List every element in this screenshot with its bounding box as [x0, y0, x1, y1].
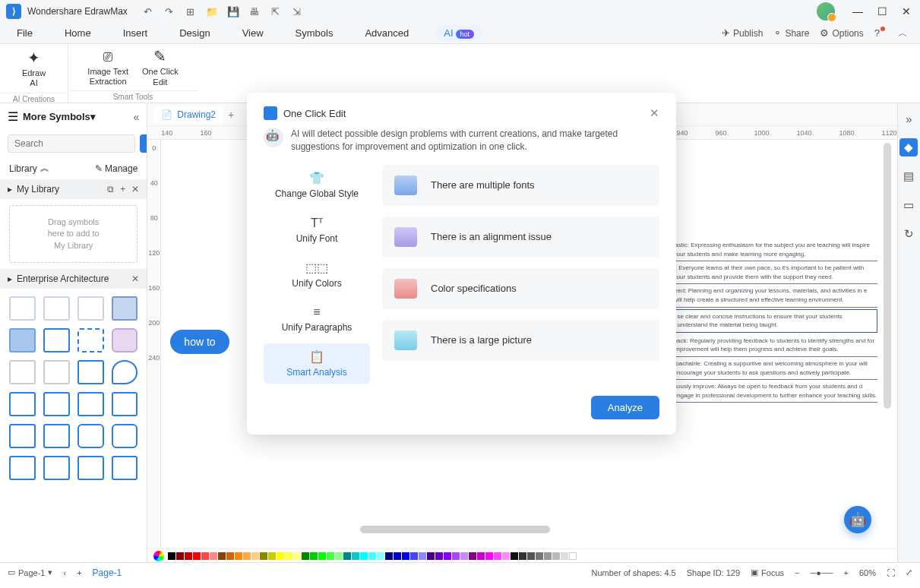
shape-item[interactable]: [112, 424, 138, 448]
color-swatch[interactable]: [176, 552, 184, 560]
dialog-close-button[interactable]: ✕: [650, 106, 659, 120]
shape-item[interactable]: [43, 392, 70, 416]
color-swatch[interactable]: [394, 552, 401, 560]
manage-link[interactable]: ✎ Manage: [95, 163, 138, 174]
shape-item[interactable]: [9, 392, 36, 416]
print-icon[interactable]: 🖶: [248, 5, 261, 18]
opt-unify-colors[interactable]: ⬚⬚Unify Colors: [264, 254, 370, 295]
menu-insert[interactable]: Insert: [119, 24, 153, 42]
color-swatch[interactable]: [293, 552, 301, 560]
collapse-ribbon-icon[interactable]: ︿: [898, 27, 908, 40]
prev-page-icon[interactable]: ‹: [63, 568, 66, 577]
image-text-extraction-button[interactable]: ⎚ Image Text Extraction: [87, 48, 128, 87]
color-swatch[interactable]: [527, 552, 535, 560]
shape-item[interactable]: [112, 392, 138, 416]
color-swatch[interactable]: [360, 552, 368, 560]
issue-item[interactable]: There are multiple fonts: [382, 165, 659, 206]
new-tab-button[interactable]: +: [228, 109, 234, 121]
menu-advanced[interactable]: Advanced: [360, 24, 413, 42]
color-swatch[interactable]: [469, 552, 476, 560]
shape-item[interactable]: [77, 328, 104, 352]
color-swatch[interactable]: [452, 552, 460, 560]
chevron-up-icon[interactable]: ︽: [40, 162, 49, 175]
color-swatch[interactable]: [226, 552, 234, 560]
shape-item[interactable]: [9, 424, 36, 448]
shape-item[interactable]: [77, 296, 104, 321]
color-swatch[interactable]: [552, 552, 560, 560]
color-swatch[interactable]: [477, 552, 485, 560]
library-label[interactable]: Library: [9, 163, 37, 174]
issue-item[interactable]: There is an alignment issue: [382, 217, 659, 258]
close-section-icon[interactable]: ✕: [131, 184, 139, 194]
menu-design[interactable]: Design: [175, 24, 214, 42]
history-panel-icon[interactable]: ↻: [899, 225, 918, 243]
close-section-icon[interactable]: ✕: [131, 273, 139, 284]
zoom-value[interactable]: 60%: [859, 568, 876, 577]
collapse-panel-icon[interactable]: «: [134, 111, 140, 123]
color-swatch[interactable]: [243, 552, 251, 560]
color-swatch[interactable]: [435, 552, 443, 560]
color-wheel-icon[interactable]: [153, 551, 164, 561]
color-swatch[interactable]: [210, 552, 217, 560]
enterprise-section[interactable]: ▸Enterprise Architecture ✕: [0, 269, 147, 289]
shape-item[interactable]: [112, 328, 138, 352]
doc-tab[interactable]: 📄Drawing2: [153, 106, 223, 123]
issue-item[interactable]: Color specifications: [382, 268, 659, 309]
color-swatch[interactable]: [277, 552, 284, 560]
color-swatch[interactable]: [502, 552, 510, 560]
expand-rail-icon[interactable]: »: [899, 109, 918, 128]
new-icon[interactable]: ⊞: [184, 5, 198, 18]
open-icon[interactable]: 📁: [205, 5, 219, 18]
color-swatch[interactable]: [410, 552, 418, 560]
shape-item[interactable]: [9, 360, 36, 384]
zoom-in-icon[interactable]: +: [844, 568, 849, 577]
shape-item[interactable]: [77, 456, 104, 480]
color-swatch[interactable]: [569, 552, 577, 560]
zoom-slider[interactable]: ─●──: [811, 568, 833, 577]
one-click-edit-button[interactable]: ✎ One Click Edit: [142, 47, 179, 87]
shape-item[interactable]: [9, 296, 36, 321]
color-swatch[interactable]: [444, 552, 451, 560]
hamburger-icon[interactable]: ☰: [8, 109, 18, 124]
analyze-button[interactable]: Analyze: [591, 396, 659, 419]
page-selector[interactable]: ▭ Page-1 ▾: [8, 567, 52, 577]
color-swatch[interactable]: [385, 552, 393, 560]
menu-home[interactable]: Home: [60, 24, 96, 42]
color-swatch[interactable]: [402, 552, 409, 560]
copy-icon[interactable]: ⧉: [107, 184, 114, 194]
user-avatar[interactable]: [817, 2, 835, 21]
color-swatch[interactable]: [218, 552, 226, 560]
export-icon[interactable]: ⇱: [269, 5, 283, 18]
ai-assistant-button[interactable]: 🤖: [844, 506, 871, 533]
color-swatch[interactable]: [519, 552, 526, 560]
import-icon[interactable]: ⇲: [290, 5, 304, 18]
color-swatch[interactable]: [427, 552, 435, 560]
color-swatch[interactable]: [260, 552, 267, 560]
menu-symbols[interactable]: Symbols: [291, 24, 338, 42]
color-swatch[interactable]: [302, 552, 309, 560]
opt-unify-paragraphs[interactable]: ≡Unify Paragraphs: [264, 299, 370, 339]
shape-item[interactable]: [43, 360, 70, 384]
present-panel-icon[interactable]: ▭: [899, 196, 918, 214]
menu-file[interactable]: File: [12, 24, 37, 42]
opt-global-style[interactable]: 👕Change Global Style: [264, 165, 370, 205]
color-swatch[interactable]: [544, 552, 552, 560]
shape-item[interactable]: [77, 360, 104, 384]
help-icon[interactable]: ?: [874, 27, 887, 39]
horizontal-scrollbar[interactable]: [360, 526, 550, 533]
maximize-button[interactable]: ☐: [874, 4, 890, 19]
shape-item[interactable]: [112, 456, 138, 480]
color-swatch[interactable]: [460, 552, 468, 560]
color-swatch[interactable]: [310, 552, 318, 560]
canvas-text-block[interactable]: iastic: Expressing enthusiasm for the su…: [674, 239, 877, 403]
color-swatch[interactable]: [268, 552, 276, 560]
color-swatch[interactable]: [485, 552, 493, 560]
zoom-out-icon[interactable]: −: [795, 568, 799, 577]
vertical-scrollbar[interactable]: [884, 143, 891, 409]
color-swatch[interactable]: [352, 552, 359, 560]
color-swatch[interactable]: [335, 552, 343, 560]
add-icon[interactable]: +: [120, 184, 125, 194]
shape-item[interactable]: [112, 360, 138, 384]
search-button[interactable]: Search: [140, 134, 147, 153]
fullscreen-icon[interactable]: ⤢: [906, 567, 912, 577]
